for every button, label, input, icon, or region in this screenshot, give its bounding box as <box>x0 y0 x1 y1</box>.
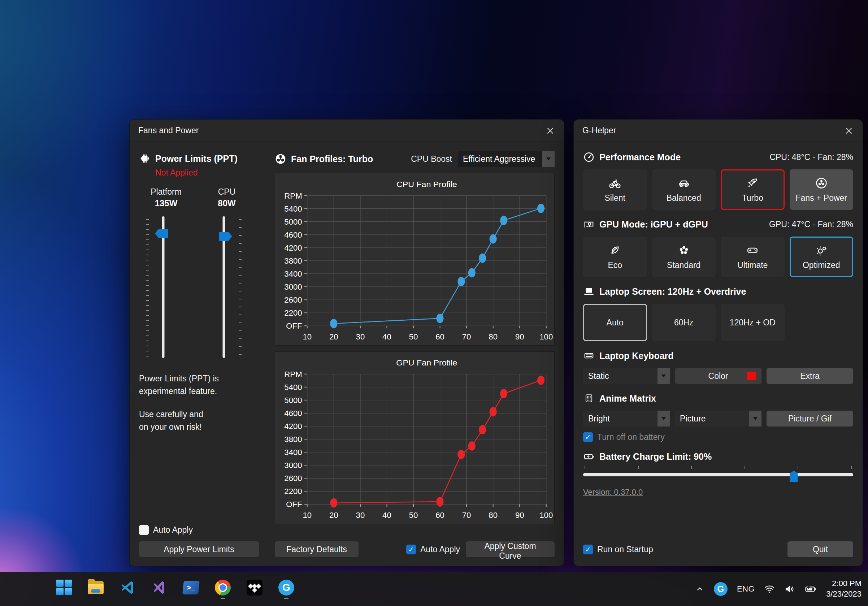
y-tick-label: 2600 <box>284 474 302 483</box>
platform-slider[interactable] <box>151 216 175 358</box>
fans-close-button[interactable] <box>540 122 560 139</box>
apply-power-limits-button[interactable]: Apply Power Limits <box>139 541 259 557</box>
fan-curve-point[interactable] <box>457 449 465 459</box>
fan-curve-point[interactable] <box>490 407 497 416</box>
fan-curve-point[interactable] <box>457 277 465 287</box>
y-tick-label: 2200 <box>284 487 302 496</box>
fans-and-power-window: Fans and Power Power Limits (PPT) Not Ap… <box>129 119 564 566</box>
performance-gauge-icon <box>583 151 595 163</box>
matrix-picture-gif-button[interactable]: Picture / Gif <box>767 411 853 426</box>
y-tick-label: 4200 <box>284 243 302 253</box>
apply-custom-curve-button[interactable]: Apply Custom Curve <box>466 541 555 557</box>
mode-button-turbo[interactable]: Turbo <box>721 169 784 210</box>
mode-button-fans-power[interactable]: Fans + Power <box>790 169 854 210</box>
battery-tray-icon[interactable] <box>804 583 817 595</box>
factory-defaults-button[interactable]: Factory Defaults <box>275 541 358 557</box>
cpu-slider[interactable] <box>212 216 236 358</box>
taskbar-ghelper[interactable]: G <box>275 577 298 602</box>
tray-language[interactable]: ENG <box>737 584 755 594</box>
keyboard-extra-button[interactable]: Extra <box>767 368 853 384</box>
desktop: Fans and Power Power Limits (PPT) Not Ap… <box>0 0 868 606</box>
run-on-startup-checkbox[interactable]: ✓ <box>583 545 593 554</box>
cpu-boost-label: CPU Boost <box>411 154 452 164</box>
battery-slider-thumb[interactable] <box>790 471 798 482</box>
fan-curve-point[interactable] <box>436 314 443 323</box>
matrix-mode-dropdown[interactable]: Picture <box>675 411 761 426</box>
version-link[interactable]: Version: 0.37.0.0 <box>583 488 643 497</box>
matrix-brightness-dropdown[interactable]: Bright <box>583 411 670 426</box>
fan-curve-point[interactable] <box>500 215 507 225</box>
warning-line: on your own risk! <box>139 421 259 433</box>
battery-charge-slider[interactable] <box>583 466 853 482</box>
cpu-boost-dropdown[interactable]: Efficient Aggressive <box>458 151 555 167</box>
gpu-mode-buttons: Eco Standard Ultimate <box>583 237 853 277</box>
platform-slider-thumb[interactable] <box>155 229 168 238</box>
taskbar-tidal[interactable] <box>243 577 266 602</box>
taskbar-chrome[interactable] <box>212 577 234 602</box>
matrix-brightness-dropdown-button[interactable] <box>657 411 670 426</box>
x-tick-label: 100 <box>539 332 553 341</box>
fan-curve-point[interactable] <box>500 389 507 398</box>
chart-canvas[interactable]: CPU Fan Profile102030405060708090100OFF2… <box>275 174 554 345</box>
gpu-button-ultimate[interactable]: Ultimate <box>721 237 784 277</box>
ghelper-glyph: G <box>282 582 290 594</box>
cpu-slider-thumb[interactable] <box>219 232 232 241</box>
gpu-button-optimized[interactable]: Optimized <box>790 237 854 277</box>
check-icon: ✓ <box>408 546 414 553</box>
fan-curve-point[interactable] <box>330 319 337 328</box>
fan-curve-point[interactable] <box>330 498 337 508</box>
y-tick-label: RPM <box>284 370 302 379</box>
mode-button-label: Optimized <box>803 260 840 270</box>
fan-profiles-header: Fan Profiles: Turbo CPU Boost Efficient … <box>275 150 555 167</box>
mode-button-balanced[interactable]: Balanced <box>652 169 716 210</box>
laptop-screen-title: Laptop Screen: 120Hz + Overdrive <box>599 287 746 297</box>
x-tick-label: 70 <box>462 332 471 341</box>
ghelper-titlebar[interactable]: G-Helper <box>574 119 863 142</box>
wifi-icon[interactable] <box>764 584 775 594</box>
ghelper-glyph: G <box>718 584 724 594</box>
keyboard-color-button[interactable]: Color <box>675 368 761 384</box>
screen-button-60hz[interactable]: 60Hz <box>652 304 716 341</box>
fans-titlebar[interactable]: Fans and Power <box>130 119 564 142</box>
taskbar-vscode[interactable] <box>116 577 139 602</box>
taskbar-file-explorer[interactable] <box>84 577 107 602</box>
mode-button-silent[interactable]: Silent <box>583 169 647 210</box>
gpu-button-standard[interactable]: Standard <box>652 237 716 277</box>
screen-button-auto[interactable]: Auto <box>583 304 647 341</box>
tray-ghelper-icon[interactable]: G <box>714 582 727 596</box>
keyboard-mode-dropdown[interactable]: Static <box>583 368 670 384</box>
gpu-button-eco[interactable]: Eco <box>583 237 647 277</box>
start-button[interactable] <box>53 577 75 602</box>
fan-curve-point[interactable] <box>436 497 443 506</box>
volume-icon[interactable] <box>784 584 795 594</box>
tray-chevron-up-icon[interactable] <box>695 584 704 594</box>
taskbar-visual-studio[interactable] <box>148 577 170 602</box>
fan-curve-point[interactable] <box>537 204 544 213</box>
keyboard-mode-dropdown-button[interactable] <box>657 368 670 384</box>
ghelper-close-button[interactable] <box>839 122 859 139</box>
gpu-fan-profile-chart[interactable]: GPU Fan Profile102030405060708090100OFF2… <box>275 352 555 524</box>
cpu-fan-profile-chart[interactable]: CPU Fan Profile102030405060708090100OFF2… <box>275 173 555 346</box>
power-limits-auto-apply-checkbox[interactable]: ✓ <box>139 525 149 535</box>
battery-slider-track[interactable] <box>583 473 853 476</box>
cpu-boost-dropdown-button[interactable] <box>542 151 555 167</box>
screen-button-120hz-od[interactable]: 120Hz + OD <box>721 304 784 341</box>
fan-curve-point[interactable] <box>468 268 476 277</box>
fan-auto-apply-checkbox[interactable]: ✓ <box>406 545 416 554</box>
tray-clock[interactable]: 2:00 PM 3/23/2023 <box>826 578 864 599</box>
close-icon <box>546 126 555 135</box>
turn-off-on-battery-checkbox[interactable]: ✓ <box>583 432 593 442</box>
chart-canvas[interactable]: GPU Fan Profile102030405060708090100OFF2… <box>275 352 554 524</box>
matrix-mode-dropdown-button[interactable] <box>749 411 761 426</box>
fan-curve-point[interactable] <box>537 376 544 385</box>
y-tick-label: 3400 <box>284 270 302 279</box>
taskbar-powershell[interactable]: >_ <box>180 577 202 602</box>
rocket-icon <box>746 177 759 190</box>
fan-curve-point[interactable] <box>490 234 497 244</box>
fan-curve-point[interactable] <box>468 441 476 451</box>
fan-curve-point[interactable] <box>479 254 486 263</box>
platform-label: Platform <box>139 187 193 197</box>
fan-curve-point[interactable] <box>479 425 486 434</box>
quit-button[interactable]: Quit <box>787 541 853 557</box>
gpu-mode-title: GPU Mode: iGPU + dGPU <box>599 219 708 230</box>
